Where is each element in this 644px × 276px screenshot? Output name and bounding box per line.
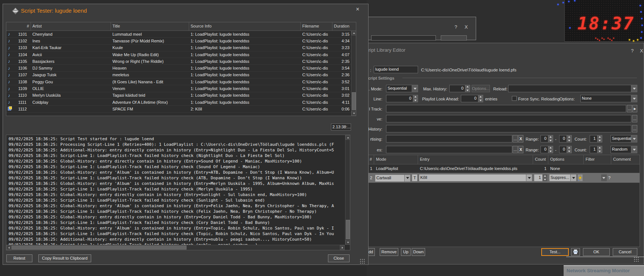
spin-down-icon[interactable] (548, 150, 553, 153)
spin-up-icon[interactable] (478, 95, 483, 99)
col-filename[interactable]: Filename (301, 22, 332, 31)
track-browse-button[interactable]: ... (627, 105, 632, 112)
close-icon[interactable]: × (356, 7, 359, 12)
top-panel-close-button[interactable]: X (465, 25, 468, 30)
spin-down-icon[interactable] (597, 139, 602, 142)
top-panel-button[interactable] (441, 35, 467, 41)
spin-up-icon[interactable] (548, 146, 553, 150)
log-hscrollbar[interactable] (6, 245, 345, 250)
print-button[interactable] (571, 248, 580, 256)
retest-button[interactable]: Retest (6, 254, 32, 262)
es-clear-button[interactable]: X (518, 146, 523, 153)
scroll-down-icon[interactable] (351, 111, 356, 116)
down-button[interactable]: Down (412, 248, 425, 256)
es-count-stepper[interactable]: 1 (590, 146, 602, 153)
col-filter[interactable]: Filter (584, 155, 611, 164)
force-sync-checkbox[interactable] (512, 96, 517, 101)
editor-close-button[interactable]: X (640, 48, 643, 54)
scroll-thumb[interactable] (346, 220, 350, 239)
spin-up-icon[interactable] (465, 85, 470, 89)
script-name-input[interactable]: lugude loend (374, 66, 418, 73)
chevron-down-icon[interactable] (526, 174, 532, 181)
track-input[interactable] (386, 105, 626, 112)
top-panel-field[interactable] (371, 35, 436, 41)
track-play-button[interactable]: ▶ (632, 105, 637, 112)
tracks-vscrollbar[interactable] (351, 31, 356, 116)
adv-range-from-stepper[interactable]: 0 (541, 135, 553, 142)
track-row[interactable]: ♪1105BassjackersWrong or Right (The Ridd… (6, 58, 356, 65)
options-button[interactable]: Options... (472, 85, 490, 92)
entry-filter-combo[interactable] (584, 174, 607, 182)
scroll-up-icon[interactable] (345, 135, 350, 140)
track-row[interactable]: ♪1106DJ SammyHeaven1: LoadPlaylist: lugu… (6, 65, 356, 71)
tester-resize-grip[interactable] (360, 259, 365, 264)
scroll-right-icon[interactable] (340, 245, 345, 250)
reload-combo[interactable] (508, 85, 637, 92)
editor-help-button[interactable]: ? (631, 48, 634, 54)
entry-value-combo[interactable]: Kõll (419, 174, 532, 182)
history-browse-button[interactable]: ... (632, 125, 637, 132)
mode-combo[interactable]: Sequential (386, 85, 418, 92)
spin-up-icon[interactable] (548, 135, 553, 139)
network-streaming-monitor-titlebar[interactable]: Network Streaming Monitor (564, 265, 644, 276)
track-row[interactable]: ♪1111ColdplayAdventure Of A Lifetime (Rm… (6, 99, 356, 106)
col-num[interactable]: # (17, 22, 31, 31)
top-panel-help-button[interactable]: ? (455, 25, 457, 30)
track-row[interactable]: 1112SPACE FM2: KõllC:\Users\c-dis0:06 (6, 106, 356, 112)
ve-input[interactable] (386, 115, 631, 122)
entry-t-button[interactable]: T (412, 174, 418, 182)
spin-down-icon[interactable] (597, 150, 602, 153)
col-options[interactable]: Options (548, 155, 584, 164)
advertising-browse-button[interactable]: ... (513, 135, 518, 142)
track-row[interactable]: ♪1107Jaagup Tuiskmeeletus1: LoadPlaylist… (6, 72, 356, 78)
chevron-down-icon[interactable] (570, 174, 576, 181)
advertising-input[interactable] (386, 135, 512, 142)
chevron-down-icon[interactable] (631, 95, 637, 102)
spin-down-icon[interactable] (543, 178, 547, 182)
track-row[interactable]: ♪1110Merlyn UuskülaTagasi käidud teid1: … (6, 92, 356, 99)
spin-up-icon[interactable] (567, 146, 571, 150)
spin-down-icon[interactable] (478, 99, 483, 102)
es-input[interactable] (386, 146, 512, 153)
es-browse-button[interactable]: ... (513, 146, 518, 153)
chevron-down-icon[interactable] (404, 175, 410, 182)
col-count[interactable]: Count (533, 155, 548, 164)
copy-result-button[interactable]: Copy Result to Clipboard (38, 254, 91, 262)
spin-down-icon[interactable] (413, 99, 418, 102)
entry-count-stepper[interactable]: 1 (534, 174, 548, 182)
spin-up-icon[interactable] (413, 95, 418, 99)
ve-browse-button[interactable]: ... (632, 115, 637, 122)
scroll-up-icon[interactable] (351, 31, 356, 35)
chevron-down-icon[interactable] (631, 135, 637, 142)
spin-up-icon[interactable] (597, 146, 602, 150)
col-title[interactable]: Title (111, 22, 189, 31)
up-button[interactable]: Up (401, 248, 411, 256)
close-button[interactable]: Close (328, 254, 350, 262)
track-row[interactable]: ♪1108Peggy Gou(It Goes Like) Nanana - Ed… (6, 78, 356, 85)
remove-button[interactable]: Remove (380, 248, 398, 256)
es-range-to-stepper[interactable]: 0 (559, 146, 572, 153)
line-stepper[interactable]: 0 (386, 95, 418, 102)
options-combo[interactable]: None (580, 95, 637, 102)
scroll-left-icon[interactable] (6, 245, 11, 250)
col-icon[interactable] (6, 22, 17, 31)
scroll-thumb[interactable] (352, 92, 356, 110)
track-row[interactable]: ♪1101CherrylandLummatud meel1: LoadPlayl… (6, 31, 356, 38)
entry-mode-combo[interactable]: Cartwall (375, 174, 411, 182)
cancel-button[interactable]: Cancel (613, 248, 637, 256)
spin-down-icon[interactable] (465, 89, 470, 92)
entry-row[interactable]: 1 LoadPlaylist C:\Users\c-dis\OneDrive\T… (367, 164, 640, 173)
adv-mode-combo[interactable]: Sequential (610, 135, 637, 142)
history-input[interactable] (386, 125, 631, 132)
scroll-down-icon[interactable] (345, 240, 350, 245)
script-test-log[interactable]: 09/02/2025 18:36:25: Script Test started… (6, 135, 350, 250)
max-history-stepper[interactable]: 0 (449, 85, 470, 92)
adv-range-to-stepper[interactable]: 0 (559, 135, 572, 142)
advertising-clear-button[interactable]: X (518, 135, 523, 142)
log-vscrollbar[interactable] (345, 135, 350, 245)
es-mode-combo[interactable]: Random (610, 146, 637, 153)
es-range-from-stepper[interactable]: 0 (541, 146, 553, 153)
spin-down-icon[interactable] (548, 139, 553, 142)
spin-down-icon[interactable] (567, 139, 571, 142)
scroll-thumb[interactable] (12, 245, 186, 250)
